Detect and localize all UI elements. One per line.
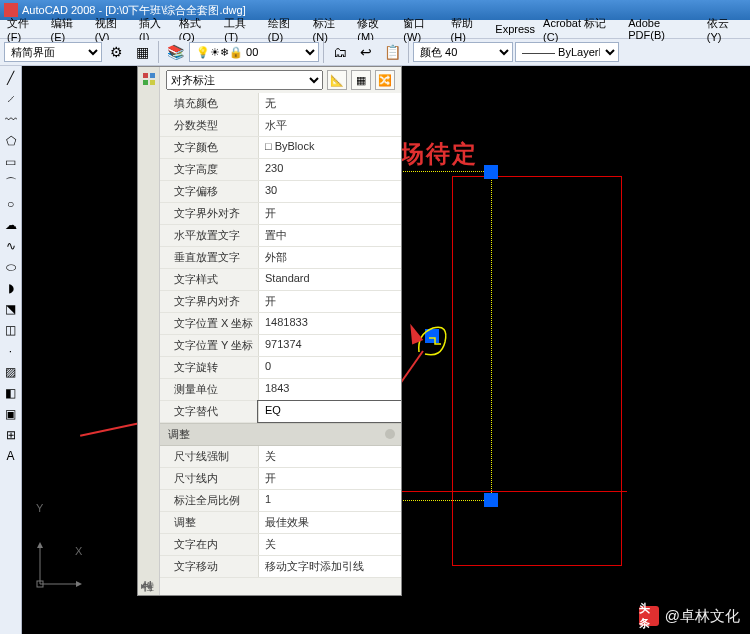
- polygon-icon[interactable]: ⬠: [1, 131, 21, 151]
- xline-icon[interactable]: ⟋: [1, 89, 21, 109]
- property-row[interactable]: 文字旋转0: [160, 357, 401, 379]
- linetype-select[interactable]: ——— ByLayerByLayer: [515, 42, 619, 62]
- property-row[interactable]: 测量单位1843: [160, 379, 401, 401]
- property-value[interactable]: 971374: [258, 335, 401, 356]
- property-value[interactable]: 移动文字时添加引线: [258, 556, 401, 577]
- menu-draw[interactable]: 绘图(D): [265, 15, 308, 44]
- hatch-icon[interactable]: ▦: [130, 40, 154, 64]
- property-row[interactable]: 文字颜色□ ByBlock: [160, 137, 401, 159]
- property-row[interactable]: 文字样式Standard: [160, 269, 401, 291]
- menu-tools[interactable]: 工具(T): [221, 15, 263, 44]
- properties-palette[interactable]: 特性 ▸◂ 对齐标注 📐 ▦ 🔀 填充颜色无分数类型水平文字颜色□ ByBloc…: [137, 66, 402, 596]
- property-value[interactable]: □ ByBlock: [258, 137, 401, 158]
- property-value[interactable]: 1: [258, 490, 401, 511]
- line-icon[interactable]: ╱: [1, 68, 21, 88]
- menu-express[interactable]: Express: [492, 22, 538, 36]
- property-label: 分数类型: [160, 115, 258, 136]
- property-value[interactable]: 0: [258, 357, 401, 378]
- workspace-select[interactable]: 精简界面: [4, 42, 102, 62]
- menu-edit[interactable]: 编辑(E): [48, 15, 90, 44]
- property-row[interactable]: 尺寸线强制关: [160, 446, 401, 468]
- property-value[interactable]: 1481833: [258, 313, 401, 334]
- mtext-icon[interactable]: A: [1, 446, 21, 466]
- property-row[interactable]: 文字高度230: [160, 159, 401, 181]
- hatch-icon[interactable]: ▨: [1, 362, 21, 382]
- layer-walk-icon[interactable]: 📋: [380, 40, 404, 64]
- property-value[interactable]: 开: [258, 203, 401, 224]
- ellipse-arc-icon[interactable]: ◗: [1, 278, 21, 298]
- property-value[interactable]: 开: [258, 291, 401, 312]
- grip-tr[interactable]: [484, 165, 498, 179]
- property-value[interactable]: Standard: [258, 269, 401, 290]
- drawing-canvas[interactable]: 尺寸现场待定 YX 头条 @卓林文化 特性: [22, 66, 750, 634]
- layer-select[interactable]: 💡☀❄🔒 00: [189, 42, 319, 62]
- gradient-icon[interactable]: ◧: [1, 383, 21, 403]
- property-value[interactable]: 外部: [258, 247, 401, 268]
- ellipse-icon[interactable]: ⬭: [1, 257, 21, 277]
- spline-icon[interactable]: ∿: [1, 236, 21, 256]
- property-value[interactable]: 水平: [258, 115, 401, 136]
- property-value[interactable]: 最佳效果: [258, 512, 401, 533]
- property-row[interactable]: 文字位置 X 坐标1481833: [160, 313, 401, 335]
- property-value[interactable]: 开: [258, 468, 401, 489]
- property-value[interactable]: 30: [258, 181, 401, 202]
- property-value[interactable]: 无: [258, 93, 401, 114]
- color-select[interactable]: 颜色 40: [413, 42, 513, 62]
- revcloud-icon[interactable]: ☁: [1, 215, 21, 235]
- gear-icon[interactable]: ⚙: [104, 40, 128, 64]
- layer-prev-icon[interactable]: ↩: [354, 40, 378, 64]
- property-row[interactable]: 文字在内关: [160, 534, 401, 556]
- layer-states-icon[interactable]: 🗂: [328, 40, 352, 64]
- insert-block-icon[interactable]: ⬔: [1, 299, 21, 319]
- palette-strip[interactable]: 特性 ▸◂: [138, 67, 160, 595]
- quick-select-icon[interactable]: 📐: [327, 70, 347, 90]
- property-row[interactable]: 垂直放置文字外部: [160, 247, 401, 269]
- property-row[interactable]: 文字界内对齐开: [160, 291, 401, 313]
- property-row[interactable]: 分数类型水平: [160, 115, 401, 137]
- circle-icon[interactable]: ○: [1, 194, 21, 214]
- property-value[interactable]: 关: [258, 534, 401, 555]
- property-row[interactable]: 文字界外对齐开: [160, 203, 401, 225]
- property-row[interactable]: 文字偏移30: [160, 181, 401, 203]
- property-label: 文字旋转: [160, 357, 258, 378]
- menu-adobepdf[interactable]: Adobe PDF(B): [625, 16, 702, 42]
- property-value[interactable]: 1843: [258, 379, 401, 400]
- menu-file[interactable]: 文件(F): [4, 15, 46, 44]
- property-row[interactable]: 文字移动移动文字时添加引线: [160, 556, 401, 578]
- select-objects-icon[interactable]: ▦: [351, 70, 371, 90]
- watermark: 头条 @卓林文化: [639, 606, 740, 626]
- property-row[interactable]: 标注全局比例1: [160, 490, 401, 512]
- property-value[interactable]: [258, 401, 401, 422]
- make-block-icon[interactable]: ◫: [1, 320, 21, 340]
- properties-grid[interactable]: 填充颜色无分数类型水平文字颜色□ ByBlock文字高度230文字偏移30文字界…: [160, 93, 401, 595]
- menu-bar: 文件(F) 编辑(E) 视图(V) 插入(I) 格式(O) 工具(T) 绘图(D…: [0, 20, 750, 38]
- menu-help[interactable]: 帮助(H): [448, 15, 491, 44]
- property-label: 文字替代: [160, 401, 258, 422]
- object-type-select[interactable]: 对齐标注: [166, 70, 323, 90]
- property-row[interactable]: 调整最佳效果: [160, 512, 401, 534]
- menu-window[interactable]: 窗口(W): [400, 15, 445, 44]
- property-value[interactable]: 置中: [258, 225, 401, 246]
- point-icon[interactable]: ·: [1, 341, 21, 361]
- region-icon[interactable]: ▣: [1, 404, 21, 424]
- rectangle-icon[interactable]: ▭: [1, 152, 21, 172]
- property-value-input[interactable]: [265, 404, 395, 416]
- palette-options-icon[interactable]: [141, 71, 157, 87]
- property-row[interactable]: 填充颜色无: [160, 93, 401, 115]
- grip-br[interactable]: [484, 493, 498, 507]
- table-icon[interactable]: ⊞: [1, 425, 21, 445]
- property-row[interactable]: 文字位置 Y 坐标971374: [160, 335, 401, 357]
- layers-icon[interactable]: 📚: [163, 40, 187, 64]
- menu-acrobat[interactable]: Acrobat 标记(C): [540, 15, 623, 44]
- toggle-pickadd-icon[interactable]: 🔀: [375, 70, 395, 90]
- property-row[interactable]: 水平放置文字置中: [160, 225, 401, 247]
- property-value[interactable]: 230: [258, 159, 401, 180]
- property-section-header[interactable]: 调整: [160, 423, 401, 446]
- menu-yiyun[interactable]: 依云(Y): [704, 15, 746, 44]
- arc-icon[interactable]: ⌒: [1, 173, 21, 193]
- property-row[interactable]: 文字替代: [160, 401, 401, 423]
- palette-toggle-icon[interactable]: ▸◂: [141, 580, 156, 591]
- property-value[interactable]: 关: [258, 446, 401, 467]
- property-row[interactable]: 尺寸线内开: [160, 468, 401, 490]
- pline-icon[interactable]: 〰: [1, 110, 21, 130]
